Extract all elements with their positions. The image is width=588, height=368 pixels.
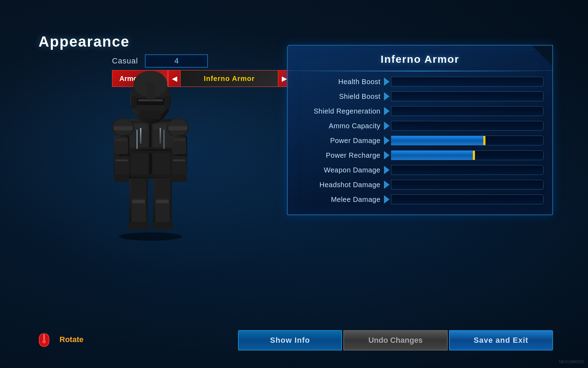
svg-rect-34	[115, 159, 128, 161]
stat-row: Health Boost	[296, 77, 544, 87]
svg-rect-8	[156, 200, 169, 203]
stat-bar-container	[384, 150, 544, 160]
rotate-label: Rotate	[59, 335, 83, 344]
svg-rect-48	[131, 96, 137, 109]
undo-changes-button[interactable]: Undo Changes	[343, 330, 447, 350]
svg-rect-51	[140, 110, 161, 119]
watermark: NEXUSMODS	[559, 360, 584, 364]
bottom-toolbar: Show Info Undo Changes Save and Exit	[238, 330, 553, 350]
svg-rect-21	[131, 153, 149, 174]
stat-row: Shield Regeneration	[296, 106, 544, 116]
stat-row: Power Recharge	[296, 150, 544, 160]
stat-row: Melee Damage	[296, 195, 544, 204]
stat-bar-track	[391, 121, 544, 131]
stat-bar-track	[391, 136, 544, 145]
svg-rect-38	[172, 156, 187, 175]
stat-bar-container	[384, 77, 544, 87]
stat-row: Weapon Damage	[296, 165, 544, 175]
stat-bar-marker	[483, 136, 485, 145]
svg-rect-4	[132, 200, 145, 203]
stat-label: Ammo Capacity	[296, 122, 380, 130]
panel-title: Inferno Armor	[288, 46, 552, 71]
svg-rect-29	[168, 126, 187, 130]
svg-rect-39	[173, 159, 185, 161]
stat-label: Shield Boost	[296, 93, 380, 101]
stat-bar-track	[391, 77, 544, 87]
stat-row: Headshot Damage	[296, 180, 544, 190]
svg-rect-33	[114, 156, 129, 175]
svg-rect-18	[140, 128, 141, 144]
stat-arrow-icon	[384, 107, 390, 115]
svg-rect-2	[131, 178, 147, 199]
svg-rect-52	[136, 130, 138, 149]
stat-bar-container	[384, 136, 544, 145]
stat-bar-track	[391, 150, 544, 160]
svg-rect-22	[152, 153, 170, 174]
stat-bar-container	[384, 106, 544, 116]
svg-rect-58	[42, 333, 46, 334]
stat-label: Health Boost	[296, 78, 380, 86]
stat-bar-fill	[391, 136, 485, 145]
show-info-button[interactable]: Show Info	[238, 330, 342, 350]
svg-rect-50	[146, 82, 155, 100]
svg-rect-13	[149, 123, 152, 147]
stat-bar-container	[384, 121, 544, 131]
stat-label: Headshot Damage	[296, 181, 380, 189]
character-area	[28, 46, 273, 249]
stat-bar-container	[384, 195, 544, 204]
stat-bar-container	[384, 91, 544, 101]
svg-rect-32	[115, 138, 127, 141]
stat-label: Power Damage	[296, 137, 380, 145]
stat-bar-container	[384, 165, 544, 175]
stat-bar-marker	[473, 151, 475, 160]
svg-rect-49	[164, 96, 170, 109]
svg-rect-53	[163, 130, 164, 149]
stat-row: Power Damage	[296, 136, 544, 145]
save-exit-button[interactable]: Save and Exit	[449, 330, 553, 350]
rotate-icon	[35, 330, 53, 349]
stat-bar-track	[391, 91, 544, 101]
stat-label: Power Recharge	[296, 151, 380, 159]
stat-row: Shield Boost	[296, 91, 544, 101]
stat-arrow-icon	[384, 136, 390, 145]
stat-row: Ammo Capacity	[296, 121, 544, 131]
svg-rect-41	[172, 174, 187, 182]
svg-rect-40	[114, 174, 129, 182]
svg-rect-37	[174, 138, 186, 141]
svg-rect-26	[114, 126, 133, 130]
svg-rect-19	[160, 128, 161, 144]
stat-label: Melee Damage	[296, 196, 380, 204]
stat-arrow-icon	[384, 195, 390, 204]
svg-point-57	[42, 340, 46, 343]
stat-bar-track	[391, 165, 544, 175]
svg-rect-56	[43, 333, 45, 340]
character-figure	[94, 51, 206, 244]
stat-bar-track	[391, 180, 544, 190]
stat-label: Weapon Damage	[296, 166, 380, 174]
svg-rect-23	[149, 153, 152, 174]
stat-arrow-icon	[384, 122, 390, 130]
stat-arrow-icon	[384, 77, 390, 86]
stat-bar-fill	[391, 151, 475, 160]
right-panel: Inferno Armor Health BoostShield BoostSh…	[287, 45, 553, 215]
stat-bar-track	[391, 106, 544, 116]
svg-rect-9	[128, 222, 149, 230]
stat-arrow-icon	[384, 151, 390, 159]
stat-arrow-icon	[384, 166, 390, 174]
stat-arrow-icon	[384, 92, 390, 101]
stats-list: Health BoostShield BoostShield Regenerat…	[288, 71, 552, 214]
stat-bar-track	[391, 195, 544, 204]
svg-point-0	[119, 232, 182, 241]
stat-label: Shield Regeneration	[296, 107, 380, 115]
svg-rect-6	[154, 178, 170, 199]
svg-rect-10	[152, 222, 173, 230]
stat-arrow-icon	[384, 180, 390, 189]
rotate-area: Rotate	[35, 330, 83, 349]
stat-bar-container	[384, 180, 544, 190]
